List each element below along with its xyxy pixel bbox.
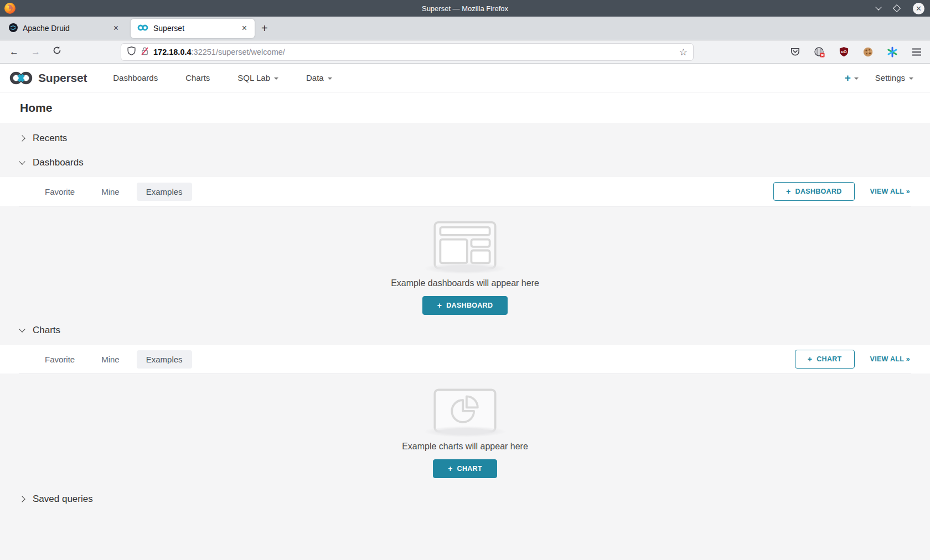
container-asterisk-icon[interactable] xyxy=(885,44,900,60)
superset-favicon-icon xyxy=(137,24,148,33)
chevron-right-icon xyxy=(19,135,25,141)
cookie-icon[interactable] xyxy=(860,44,876,60)
section-recents[interactable]: Recents xyxy=(0,126,930,151)
superset-logo[interactable]: Superset xyxy=(9,70,87,86)
minimize-button[interactable] xyxy=(876,7,881,9)
nav-charts[interactable]: Charts xyxy=(174,69,221,87)
button-label: DASHBOARD xyxy=(446,302,493,309)
tab-examples[interactable]: Examples xyxy=(137,350,192,369)
url-bar[interactable]: 172.18.0.4:32251/superset/welcome/ ☆ xyxy=(121,43,694,61)
tab-close-icon[interactable]: × xyxy=(111,23,121,34)
button-label: CHART xyxy=(817,355,841,363)
brand-name: Superset xyxy=(38,71,87,85)
url-text: 172.18.0.4:32251/superset/welcome/ xyxy=(153,48,675,56)
nav-sql-lab[interactable]: SQL Lab xyxy=(226,69,290,87)
tab-title: Superset xyxy=(153,24,235,33)
nav-label: Dashboards xyxy=(113,73,158,82)
plus-icon: + xyxy=(437,302,442,309)
chevron-down-icon xyxy=(19,326,25,332)
empty-dashboards-text: Example dashboards will appear here xyxy=(391,278,539,288)
nav-label: Data xyxy=(306,73,324,82)
plus-icon: + xyxy=(448,465,452,473)
tab-examples[interactable]: Examples xyxy=(137,183,192,201)
caret-down-icon xyxy=(328,77,332,80)
new-dashboard-button[interactable]: +DASHBOARD xyxy=(773,182,854,201)
window-title: Superset — Mozilla Firefox xyxy=(0,4,930,13)
chevron-down-icon xyxy=(19,158,25,164)
reload-button[interactable] xyxy=(46,46,68,58)
plus-icon: + xyxy=(845,72,851,84)
maximize-button[interactable] xyxy=(893,4,901,12)
tracking-shield-icon[interactable] xyxy=(127,46,136,58)
new-tab-button[interactable]: + xyxy=(255,21,275,36)
new-chart-button[interactable]: +CHART xyxy=(795,350,855,369)
ublock-origin-icon[interactable]: uO xyxy=(836,44,851,60)
empty-dashboard-icon xyxy=(433,221,497,269)
view-all-charts-link[interactable]: VIEW ALL » xyxy=(870,355,910,363)
back-button[interactable]: ← xyxy=(3,46,25,58)
tab-mine[interactable]: Mine xyxy=(92,183,129,201)
section-saved-queries[interactable]: Saved queries xyxy=(0,487,930,511)
section-label: Saved queries xyxy=(33,494,93,505)
section-charts[interactable]: Charts xyxy=(0,318,930,343)
chevron-right-icon xyxy=(19,496,25,502)
tab-favorite[interactable]: Favorite xyxy=(35,183,84,201)
tab-close-icon[interactable]: × xyxy=(240,23,249,34)
settings-label: Settings xyxy=(875,73,905,82)
section-label: Dashboards xyxy=(33,157,84,168)
extension-blocked-icon[interactable] xyxy=(812,44,827,60)
dashboards-empty-state: Example dashboards will appear here +DAS… xyxy=(0,206,930,318)
tab-superset[interactable]: Superset × xyxy=(131,19,255,38)
tab-favorite[interactable]: Favorite xyxy=(35,350,84,369)
page-header: Home xyxy=(0,92,930,123)
tab-apache-druid[interactable]: Apache Druid × xyxy=(2,19,126,38)
plus-icon: + xyxy=(786,188,790,195)
nav-data[interactable]: Data xyxy=(294,69,344,87)
page-title: Home xyxy=(20,101,52,115)
forward-button[interactable]: → xyxy=(25,46,46,58)
druid-favicon-icon xyxy=(9,23,18,34)
window-titlebar: Superset — Mozilla Firefox ✕ xyxy=(0,0,930,17)
nav-label: SQL Lab xyxy=(237,73,270,82)
superset-navbar: Superset Dashboards Charts SQL Lab Data … xyxy=(0,64,930,92)
button-label: CHART xyxy=(457,465,482,473)
section-label: Recents xyxy=(33,133,67,144)
icon-shadow xyxy=(423,426,507,437)
superset-infinity-icon xyxy=(9,70,33,86)
section-dashboards[interactable]: Dashboards xyxy=(0,151,930,175)
new-item-menu[interactable]: + xyxy=(845,72,859,84)
caret-down-icon xyxy=(854,77,859,80)
create-chart-button[interactable]: +CHART xyxy=(433,459,497,478)
caret-down-icon xyxy=(909,77,913,80)
charts-empty-state: Example charts will appear here +CHART xyxy=(0,374,930,483)
welcome-content: Recents Dashboards Favorite Mine Example… xyxy=(0,123,930,530)
url-host: 172.18.0.4 xyxy=(153,48,192,56)
section-label: Charts xyxy=(33,325,60,336)
button-label: DASHBOARD xyxy=(795,188,842,195)
close-window-button[interactable]: ✕ xyxy=(913,3,924,14)
charts-submenu: Favorite Mine Examples +CHART VIEW ALL » xyxy=(0,345,930,374)
url-path: :32251/superset/welcome/ xyxy=(192,48,285,56)
dashboards-submenu: Favorite Mine Examples +DASHBOARD VIEW A… xyxy=(0,177,930,206)
tab-mine[interactable]: Mine xyxy=(92,350,129,369)
pocket-icon[interactable] xyxy=(787,44,803,60)
nav-dashboards[interactable]: Dashboards xyxy=(101,69,169,87)
insecure-lock-icon[interactable] xyxy=(141,46,149,58)
caret-down-icon xyxy=(274,77,278,80)
settings-menu[interactable]: Settings xyxy=(875,73,913,82)
ublock-label: uO xyxy=(841,50,846,54)
browser-tabbar: Apache Druid × Superset × + xyxy=(0,17,930,40)
icon-shadow xyxy=(423,263,507,274)
browser-toolbar: ← → 172.18.0.4:32251/superset/welcome/ ☆ xyxy=(0,40,930,64)
create-dashboard-button[interactable]: +DASHBOARD xyxy=(422,296,508,315)
hamburger-menu-icon[interactable] xyxy=(909,44,924,60)
view-all-dashboards-link[interactable]: VIEW ALL » xyxy=(870,188,910,195)
nav-label: Charts xyxy=(185,73,210,82)
tab-title: Apache Druid xyxy=(23,24,106,33)
plus-icon: + xyxy=(808,355,812,363)
bookmark-star-icon[interactable]: ☆ xyxy=(679,46,688,58)
empty-charts-text: Example charts will appear here xyxy=(402,442,528,452)
